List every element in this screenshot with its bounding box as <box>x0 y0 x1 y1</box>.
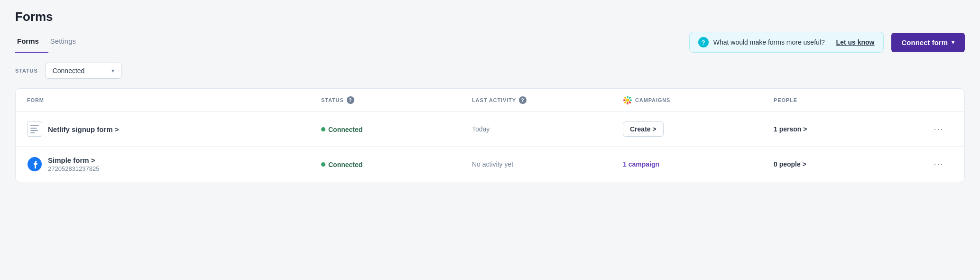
tab-settings[interactable]: Settings <box>48 32 85 53</box>
netlify-icon <box>27 121 42 137</box>
chevron-down-icon: ▾ <box>111 67 114 74</box>
svg-rect-11 <box>30 130 38 131</box>
form-cell-simple: Simple form > 272052831237825 <box>27 156 314 172</box>
col-status: STATUS ? <box>321 96 464 104</box>
simple-more-button[interactable]: ··· <box>925 158 953 171</box>
create-campaign-button[interactable]: Create > <box>623 121 664 137</box>
chevron-down-icon: ▾ <box>952 39 954 46</box>
svg-point-3 <box>623 99 626 101</box>
facebook-icon <box>27 157 42 172</box>
netlify-campaign: Create > <box>623 121 766 137</box>
svg-point-4 <box>629 99 632 101</box>
netlify-form-name[interactable]: Netlify signup form > <box>48 125 119 133</box>
table-row: Netlify signup form > Connected Today Cr… <box>16 112 964 147</box>
status-badge-simple: Connected <box>321 161 362 168</box>
tabs-container: Forms Settings <box>15 32 85 53</box>
status-badge-netlify: Connected <box>321 126 362 133</box>
svg-point-5 <box>624 96 627 99</box>
col-people: PEOPLE <box>774 97 917 103</box>
table-row: Simple form > 272052831237825 Connected … <box>16 147 964 182</box>
status-dot-netlify <box>321 127 325 131</box>
svg-point-1 <box>627 96 629 98</box>
col-campaigns: CAMPAIGNS <box>623 95 766 105</box>
header-row: Forms Settings ? What would make forms m… <box>15 32 965 53</box>
svg-rect-9 <box>30 125 39 126</box>
forms-table: FORM STATUS ? LAST ACTIVITY ? <box>15 88 965 182</box>
svg-point-8 <box>624 101 627 104</box>
header-right: ? What would make forms more useful? Let… <box>689 32 965 53</box>
campaign-link-simple[interactable]: 1 campaign <box>623 160 659 168</box>
campaigns-icon <box>623 95 632 105</box>
simple-campaign[interactable]: 1 campaign <box>623 160 766 168</box>
netlify-more-button[interactable]: ··· <box>925 122 953 136</box>
last-activity-help-icon[interactable]: ? <box>519 96 527 104</box>
status-filter-select[interactable]: Connected ▾ <box>46 63 121 79</box>
status-filter-label: STATUS <box>15 68 38 74</box>
col-last-activity: LAST ACTIVITY ? <box>472 96 615 104</box>
status-help-icon[interactable]: ? <box>347 96 354 104</box>
svg-point-6 <box>629 101 631 104</box>
connect-form-button[interactable]: Connect form ▾ <box>891 33 965 52</box>
table-header: FORM STATUS ? LAST ACTIVITY ? <box>16 89 964 112</box>
feedback-text: What would make forms more useful? <box>713 38 825 46</box>
svg-rect-10 <box>30 128 37 129</box>
status-dot-simple <box>321 162 325 167</box>
form-cell-netlify: Netlify signup form > <box>27 121 314 137</box>
netlify-status: Connected <box>321 125 464 133</box>
simple-form-name[interactable]: Simple form > <box>48 156 99 164</box>
simple-status: Connected <box>321 160 464 168</box>
feedback-banner: ? What would make forms more useful? Let… <box>689 32 884 53</box>
svg-point-0 <box>626 99 629 102</box>
tab-forms[interactable]: Forms <box>15 32 48 53</box>
form-name-cell: Netlify signup form > <box>48 125 119 133</box>
status-filter-value: Connected <box>53 67 85 75</box>
feedback-link[interactable]: Let us know <box>836 38 875 46</box>
simple-last-activity: No activity yet <box>472 160 615 168</box>
simple-form-sub: 272052831237825 <box>48 165 99 172</box>
svg-point-2 <box>627 102 629 104</box>
svg-point-7 <box>629 96 631 99</box>
connect-form-label: Connect form <box>902 38 948 47</box>
simple-people[interactable]: 0 people > <box>774 160 917 168</box>
netlify-people[interactable]: 1 person > <box>774 125 917 133</box>
filter-row: STATUS Connected ▾ <box>15 63 965 79</box>
col-form: FORM <box>27 97 314 103</box>
netlify-last-activity: Today <box>472 125 615 133</box>
form-name-cell-simple: Simple form > 272052831237825 <box>48 156 99 172</box>
page-title: Forms <box>15 9 965 24</box>
question-icon: ? <box>698 37 709 47</box>
svg-rect-12 <box>30 132 35 133</box>
